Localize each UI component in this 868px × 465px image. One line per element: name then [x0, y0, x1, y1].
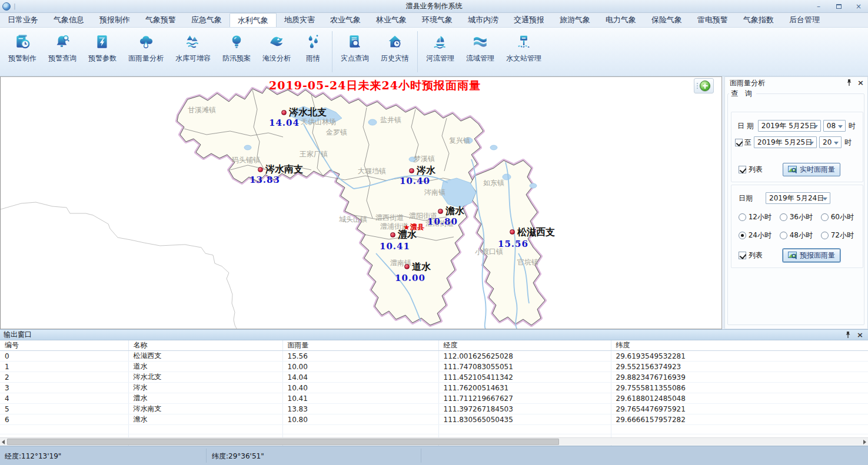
radio-option-36小时[interactable]: 36小时 [780, 212, 813, 222]
toolbar-button-水库可增容[interactable]: 水库可增容 [169, 28, 217, 76]
table-cell: 2 [0, 372, 128, 383]
column-header-经度[interactable]: 经度 [438, 340, 611, 351]
realtime-list-label: 列表 [749, 165, 763, 175]
toolbar-button-防汛预案[interactable]: 防汛预案 [217, 28, 257, 76]
town-label-复兴镇: 复兴镇 [449, 136, 470, 146]
start-date-combobox[interactable]: 2019年 5月25日 [758, 120, 821, 132]
column-header-名称[interactable]: 名称 [128, 340, 282, 351]
menu-tab-气象指数[interactable]: 气象指数 [736, 13, 781, 27]
end-hour-combobox[interactable]: 20 [819, 136, 842, 148]
radio-option-24小时[interactable]: 24小时 [739, 230, 771, 240]
table-row[interactable]: 3涔水10.40111.7620051463129.7555811355086 [0, 383, 868, 393]
scroll-right-arrow-icon[interactable] [863, 440, 866, 444]
empty-cell [0, 425, 128, 434]
menu-tab-预报制作[interactable]: 预报制作 [92, 13, 138, 27]
scroll-left-arrow-icon[interactable] [2, 440, 5, 444]
menu-tab-气象信息[interactable]: 气象信息 [46, 13, 92, 27]
forecast-list-checkbox[interactable] [739, 252, 746, 259]
toolbar-button-预警制作[interactable]: 预警制作 [2, 28, 42, 76]
menu-tab-日常业务[interactable]: 日常业务 [0, 13, 46, 27]
pin-icon[interactable] [846, 79, 852, 86]
reservoir-icon [184, 33, 202, 51]
menu-tab-交通预报[interactable]: 交通预报 [506, 13, 552, 27]
minimize-button[interactable]: – [814, 2, 823, 11]
map-canvas[interactable]: 甘溪滩镇天供山林场金罗镇盐井镇复兴镇码头铺镇王家厂镇梦溪镇大堰垱镇涔南镇如东镇城… [0, 76, 722, 329]
station-dot-涔水南支[interactable] [258, 167, 263, 172]
end-date-checkbox[interactable] [735, 139, 743, 146]
radio-option-60小时[interactable]: 60小时 [821, 212, 854, 222]
start-hour-combobox[interactable]: 08 [823, 120, 846, 132]
realtime-rain-button[interactable]: 实时面雨量 [783, 163, 840, 176]
county-seat-marker: ★澧县 [403, 222, 424, 232]
table-cell: 6 [0, 414, 128, 425]
table-cell: 10.00 [282, 362, 438, 372]
toolbar-button-预警参数[interactable]: 预警参数 [82, 28, 122, 76]
output-close-icon[interactable]: × [857, 332, 863, 339]
station-dot-涔水北支[interactable] [281, 110, 287, 115]
pin-icon[interactable] [845, 331, 851, 339]
toolbar-button-预警查询[interactable]: 预警查询 [42, 28, 82, 76]
column-header-编号[interactable]: 编号 [0, 340, 128, 351]
menu-tab-农业气象[interactable]: 农业气象 [322, 13, 368, 27]
table-header-row[interactable]: 编号名称面雨量经度纬度 [0, 340, 868, 351]
toolbar-button-淹没分析[interactable]: 淹没分析 [257, 28, 297, 76]
toolbar-button-历史灾情[interactable]: 历史灾情 [375, 28, 415, 76]
restore-button[interactable] [834, 2, 843, 11]
radio-option-48小时[interactable]: 48小时 [780, 230, 813, 240]
menu-tab-旅游气象[interactable]: 旅游气象 [552, 13, 598, 27]
table-row[interactable]: 4澧水10.41111.71121966762729.6188012485048 [0, 393, 868, 404]
table-row[interactable]: 0松滋西支15.56112.00162562502829.61935495322… [0, 351, 868, 362]
basin-waves-icon [471, 33, 489, 51]
table-row[interactable]: 1道水10.00111.74708305505129.552156374923 [0, 362, 868, 372]
menu-tab-应急气象[interactable]: 应急气象 [184, 13, 230, 27]
toolbar-button-河流管理[interactable]: 河流管理 [420, 28, 460, 76]
horizontal-scrollbar[interactable] [0, 437, 868, 445]
close-button[interactable]: × [854, 2, 863, 11]
radio-option-72小时[interactable]: 72小时 [821, 230, 854, 240]
doc-bolt-icon [94, 33, 111, 51]
forecast-rain-button[interactable]: 预报面雨量 [783, 249, 840, 262]
table-row[interactable]: 6澹水10.80111.83056505043529.6666157957282 [0, 414, 868, 425]
toolbar-button-水文站管理[interactable]: 水文站管理 [500, 28, 547, 76]
empty-cell [128, 425, 282, 434]
station-dot-松滋西支[interactable] [510, 229, 515, 235]
toolbar-button-灾点查询[interactable]: 灾点查询 [335, 28, 375, 76]
toolbar-button-面雨量分析[interactable]: 面雨量分析 [122, 28, 169, 76]
table-row[interactable]: 2涔水北支14.04111.45210541134229.88234767169… [0, 372, 868, 383]
station-rainfall-value-涔水南支: 13.83 [250, 175, 280, 185]
radio-option-12小时[interactable]: 12小时 [739, 212, 771, 222]
panel-close-icon[interactable]: × [857, 79, 864, 86]
station-dot-澧水[interactable] [390, 232, 395, 237]
table-row[interactable]: 5涔水南支13.83111.39726718450329.76544769759… [0, 404, 868, 414]
to-label: 至 [744, 138, 751, 148]
menu-tab-雷电预警[interactable]: 雷电预警 [690, 13, 736, 27]
menu-tab-城市内涝[interactable]: 城市内涝 [460, 13, 506, 27]
menu-tab-气象预警[interactable]: 气象预警 [138, 13, 184, 27]
station-dot-道水[interactable] [404, 264, 410, 269]
column-header-面雨量[interactable]: 面雨量 [282, 340, 438, 351]
map-toolbox [694, 78, 714, 93]
radio-label: 60小时 [831, 212, 854, 222]
toolbar-button-雨情[interactable]: 雨情 [297, 28, 330, 76]
end-date-combobox[interactable]: 2019年 5月25日 [754, 136, 817, 148]
zoom-in-button[interactable] [700, 81, 710, 91]
menu-tab-保险气象[interactable]: 保险气象 [644, 13, 690, 27]
menu-tab-水利气象[interactable]: 水利气象 [230, 13, 277, 27]
town-label-王家厂镇: 王家厂镇 [300, 149, 328, 159]
menu-tab-地质灾害[interactable]: 地质灾害 [277, 13, 322, 27]
scrollbar-thumb[interactable] [7, 439, 559, 445]
station-dot-澹水[interactable] [438, 209, 443, 214]
table-cell: 3 [0, 383, 128, 393]
menu-tab-后台管理[interactable]: 后台管理 [781, 13, 827, 27]
forecast-date-combobox[interactable]: 2019年 5月24日 [766, 192, 830, 204]
menu-tab-林业气象[interactable]: 林业气象 [368, 13, 414, 27]
station-name-涔水南支: 涔水南支 [265, 163, 303, 176]
column-header-纬度[interactable]: 纬度 [611, 340, 868, 351]
toolbar-button-流域管理[interactable]: 流域管理 [460, 28, 500, 76]
menu-tab-环境气象[interactable]: 环境气象 [414, 13, 460, 27]
realtime-list-checkbox[interactable] [739, 166, 746, 173]
menu-tab-电力气象[interactable]: 电力气象 [598, 13, 644, 27]
toolbar-button-label: 预警查询 [48, 53, 77, 63]
toolbar-button-label: 河流管理 [426, 53, 454, 63]
station-dot-涔水[interactable] [409, 168, 414, 173]
